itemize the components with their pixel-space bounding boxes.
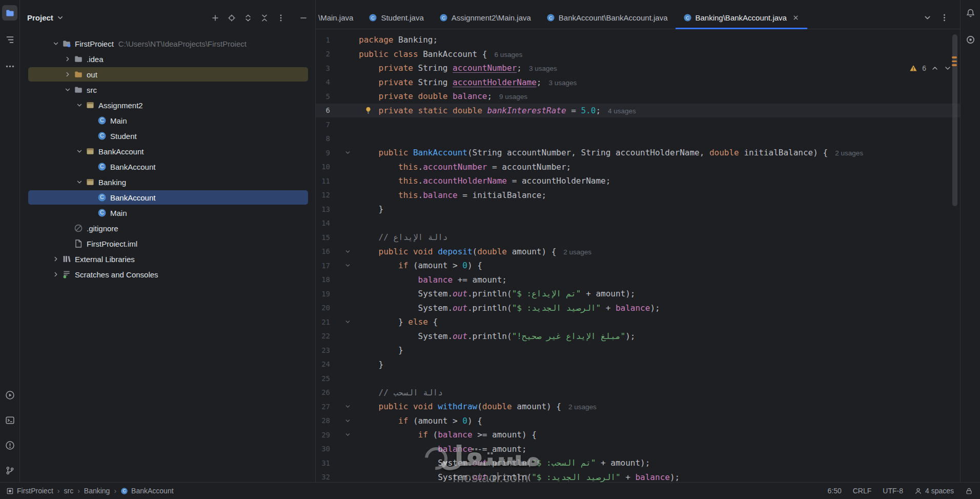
code-line-9[interactable]: 9 public BankAccount(String accountNumbe… [316, 146, 960, 160]
tree-item-out[interactable]: out [20, 67, 315, 82]
line-number[interactable]: 1 [316, 36, 336, 44]
line-number[interactable]: 25 [316, 374, 336, 383]
line-number[interactable]: 31 [316, 459, 336, 467]
next-problem-chevron-down-icon[interactable] [944, 64, 952, 72]
code-editor[interactable]: 1package Banking;2public class BankAccou… [316, 29, 960, 482]
problems-tool-window-button[interactable] [2, 437, 17, 453]
chevron-right-icon[interactable] [63, 55, 73, 63]
code-line-5[interactable]: 5 private double balance;9 usages [316, 89, 960, 104]
tree-item-idea[interactable]: .idea [20, 51, 315, 67]
caret-position[interactable]: 6:50 [827, 487, 841, 495]
line-number[interactable]: 32 [316, 473, 336, 481]
fold-chevron-icon[interactable] [336, 248, 359, 255]
chevron-down-icon[interactable] [63, 86, 73, 94]
line-number[interactable]: 8 [316, 134, 336, 143]
line-number[interactable]: 19 [316, 290, 336, 298]
chevron-right-icon[interactable] [51, 255, 61, 263]
code-line-24[interactable]: 24 } [316, 357, 960, 372]
line-number[interactable]: 4 [316, 78, 336, 86]
line-number[interactable]: 12 [316, 191, 336, 199]
code-line-22[interactable]: 22 System.out.println("مبلغ الإيداع غير … [316, 329, 960, 344]
project-tool-window-button[interactable] [2, 5, 17, 21]
editor-tab-assignment2-main-java[interactable]: CAssignment2\Main.java [432, 6, 539, 29]
previous-problem-chevron-up-icon[interactable] [931, 64, 939, 72]
expand-all-button[interactable] [242, 12, 254, 24]
chevron-down-icon[interactable] [74, 147, 85, 155]
tree-item-bankaccount[interactable]: CBankAccount [20, 190, 315, 205]
editor-tab-banking-bankaccount-java[interactable]: CBanking\BankAccount.java [676, 6, 807, 29]
line-number[interactable]: 21 [316, 318, 336, 326]
inspections-widget[interactable]: 6 [909, 64, 952, 72]
hide-panel-button[interactable] [297, 12, 309, 24]
notifications-button[interactable] [963, 5, 978, 21]
read-only-toggle[interactable] [965, 487, 973, 495]
code-line-25[interactable]: 25 [316, 371, 960, 386]
tree-item-bankaccount[interactable]: BankAccount [20, 144, 315, 159]
line-number[interactable]: 22 [316, 332, 336, 340]
fold-chevron-icon[interactable] [336, 262, 359, 269]
fold-chevron-icon[interactable] [336, 149, 359, 156]
breadcrumb-item-bankaccount[interactable]: CBankAccount [120, 487, 174, 495]
circle-tool-window-button[interactable] [963, 32, 978, 47]
tab-list-chevron-down-icon[interactable] [923, 13, 932, 22]
line-number[interactable]: 24 [316, 360, 336, 368]
code-line-21[interactable]: 21 } else { [316, 315, 960, 329]
tree-item-firstproiect-iml[interactable]: FirstProiect.iml [20, 236, 315, 251]
code-line-26[interactable]: 26 // دالة السحب [316, 386, 960, 400]
code-line-30[interactable]: 30 balance -= amount; [316, 442, 960, 456]
chevron-down-icon[interactable] [51, 39, 61, 48]
code-line-10[interactable]: 10 this.accountNumber = accountNumber; [316, 160, 960, 174]
tree-item-scratches-and-consoles[interactable]: Scratches and Consoles [20, 267, 315, 282]
code-line-29[interactable]: 29 if (balance >= amount) { [316, 428, 960, 442]
tree-item-banking[interactable]: Banking [20, 174, 315, 190]
code-line-3[interactable]: 3 private String accountNumber;3 usages [316, 61, 960, 75]
fold-chevron-icon[interactable] [336, 417, 359, 424]
run-tool-window-button[interactable] [2, 387, 17, 403]
code-line-27[interactable]: 27 public void withdraw(double amount) {… [316, 400, 960, 414]
code-line-20[interactable]: 20 System.out.println("الرصيد الجديد: $"… [316, 301, 960, 315]
code-line-2[interactable]: 2public class BankAccount {6 usages [316, 47, 960, 62]
line-number[interactable]: 9 [316, 149, 336, 157]
breadcrumb-item-firstproiect[interactable]: FirstProiect [6, 487, 53, 495]
line-number[interactable]: 5 [316, 92, 336, 101]
line-number[interactable]: 20 [316, 304, 336, 312]
line-number[interactable]: 27 [316, 403, 336, 411]
line-number[interactable]: 14 [316, 219, 336, 227]
line-number[interactable]: 13 [316, 205, 336, 213]
line-separator[interactable]: CRLF [853, 487, 872, 495]
line-number[interactable]: 10 [316, 163, 336, 171]
tree-item-student[interactable]: CStudent [20, 128, 315, 144]
breadcrumb-item-src[interactable]: src [64, 487, 73, 495]
chevron-right-icon[interactable] [63, 70, 73, 78]
add-button[interactable] [209, 12, 221, 24]
tree-item-bankaccount[interactable]: CBankAccount [20, 159, 315, 174]
more-tool-windows-button[interactable] [2, 58, 17, 74]
tree-item-assignment2[interactable]: Assignment2 [20, 97, 315, 113]
line-number[interactable]: 18 [316, 275, 336, 284]
line-number[interactable]: 6 [316, 106, 336, 114]
code-line-4[interactable]: 4 private String accountHolderName;3 usa… [316, 75, 960, 90]
tree-item-main[interactable]: CMain [20, 113, 315, 128]
code-line-8[interactable]: 8 [316, 132, 960, 146]
fold-chevron-icon[interactable] [336, 431, 359, 438]
code-line-32[interactable]: 32 System.out.println("الرصيد الجديد: $"… [316, 470, 960, 483]
chevron-down-icon[interactable] [74, 178, 85, 186]
more-options-button[interactable] [275, 12, 287, 24]
chevron-right-icon[interactable] [51, 270, 61, 278]
editor-tab-student-java[interactable]: CStudent.java [361, 6, 431, 29]
line-number[interactable]: 17 [316, 262, 336, 270]
line-number[interactable]: 30 [316, 445, 336, 453]
line-number[interactable]: 3 [316, 64, 336, 72]
close-tab-icon[interactable] [792, 14, 800, 22]
breadcrumb-item-banking[interactable]: Banking [84, 487, 110, 495]
code-line-13[interactable]: 13 } [316, 202, 960, 216]
file-encoding[interactable]: UTF-8 [883, 487, 903, 495]
fold-chevron-icon[interactable] [336, 318, 359, 325]
tab-options-kebab-icon[interactable] [940, 13, 949, 22]
code-line-28[interactable]: 28 if (amount > 0) { [316, 414, 960, 428]
code-line-19[interactable]: 19 System.out.println("تم الإيداع: $" + … [316, 287, 960, 301]
code-line-18[interactable]: 18 balance += amount; [316, 273, 960, 287]
line-number[interactable]: 2 [316, 50, 336, 58]
line-number[interactable]: 28 [316, 416, 336, 425]
indent-style[interactable]: 4 spaces [914, 487, 954, 495]
